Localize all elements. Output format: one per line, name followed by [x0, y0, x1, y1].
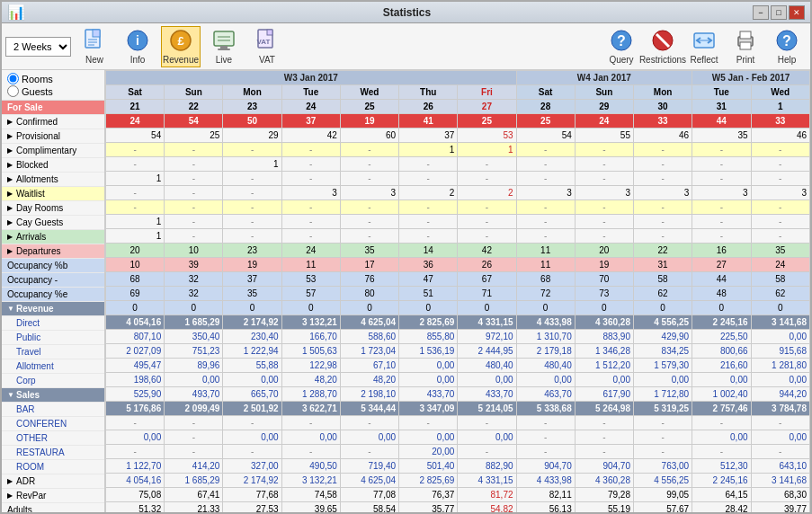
cell-revpar-3: 39,65 — [281, 502, 340, 513]
svg-text:VAT: VAT — [257, 38, 271, 46]
table-row-waitlist: ------------ — [106, 200, 810, 215]
cell-dayguests-7: - — [516, 229, 575, 244]
cell-provisional-2: - — [223, 143, 281, 157]
vat-button[interactable]: VAT VAT — [247, 26, 287, 67]
row-allotments: ▶Allotments — [2, 173, 104, 187]
print-button[interactable]: Print — [726, 26, 765, 67]
cell-provisional-3: - — [281, 143, 340, 157]
cell-sales-8: 5 264,98 — [575, 402, 633, 416]
cell-bar-2: - — [223, 416, 281, 430]
rooms-radio[interactable]: Rooms — [7, 73, 99, 84]
guests-radio[interactable]: Guests — [7, 85, 99, 97]
cell-direct-1: 350,40 — [165, 330, 223, 344]
cell-public-6: 2 444,95 — [458, 344, 516, 359]
cell-occ_dash-2: 35 — [223, 287, 281, 301]
cell-bar-4: - — [340, 416, 398, 430]
reflect-button[interactable]: Reflect — [684, 26, 724, 67]
cell-dayrooms-7: - — [516, 215, 575, 229]
restrictions-button[interactable]: Restrictions — [643, 26, 683, 67]
revenue-icon: £ — [168, 28, 193, 53]
cell-restaura-9: 763,00 — [633, 459, 692, 474]
cell-adr-0: 75,08 — [106, 488, 165, 502]
row-waitlist: ▶Waitlist — [2, 187, 104, 201]
cell-provisional-0: - — [106, 143, 165, 157]
table-row-direct: 807,10350,40230,40166,70588,60855,80972,… — [106, 330, 810, 344]
cell-waitlist-2: - — [223, 200, 281, 215]
print-icon — [733, 28, 758, 53]
cell-dayrooms-10: - — [692, 215, 751, 229]
cell-occ_b-9: 58 — [633, 272, 692, 287]
help-button[interactable]: ? Help — [767, 26, 807, 67]
cell-occ_e-2: 0 — [223, 301, 281, 315]
cell-arrivals-7: 11 — [516, 244, 575, 258]
row-occ-b: Occupancy %b — [2, 259, 104, 273]
cell-blocked-1: - — [165, 172, 223, 186]
svg-rect-24 — [740, 31, 751, 39]
day-header-row: SatSunMonTueWedThuFriSatSunMonTueWed — [106, 85, 810, 100]
cell-departures-9: 31 — [633, 258, 692, 272]
cell-room-9: 4 556,25 — [633, 474, 692, 488]
cell-confirmed-2: 29 — [223, 128, 281, 143]
cell-corp-11: 944,20 — [751, 387, 809, 402]
cell-provisional-11: - — [751, 143, 809, 157]
cell-departures-11: 24 — [751, 258, 809, 272]
table-row-occ_dash: 693235578051717273624862 — [106, 287, 810, 301]
cell-allotments-4: 3 — [340, 186, 398, 200]
cell-room-7: 4 433,98 — [516, 474, 575, 488]
toolbar: 2 Weeks 1 Week 3 Weeks 4 Weeks New — [2, 23, 810, 70]
data-table-area[interactable]: W3 Jan 2017W4 Jan 2017W5 Jan - Feb 2017 … — [105, 70, 810, 512]
date-header-3: 24 — [281, 100, 340, 114]
cell-direct-6: 972,10 — [458, 330, 516, 344]
cell-adr-8: 79,28 — [575, 488, 633, 502]
cell-allotment-9: 0,00 — [633, 373, 692, 387]
minimize-button[interactable]: − — [753, 5, 769, 20]
cell-revpar-8: 55,19 — [575, 502, 633, 513]
cell-dayguests-2: - — [223, 229, 281, 244]
row-public: Public — [2, 331, 104, 345]
svg-text:i: i — [136, 33, 139, 48]
revenue-button[interactable]: £ Revenue — [161, 26, 201, 67]
cell-other-8: - — [575, 445, 633, 459]
table-row-sales: 5 176,862 099,492 501,923 622,715 344,44… — [106, 402, 810, 416]
live-button[interactable]: Live — [204, 26, 244, 67]
close-button[interactable]: ✕ — [789, 5, 805, 20]
table-row-conferen: 0,00-0,000,000,000,000,00---0,000,00 — [106, 430, 810, 445]
cell-allotment-7: 0,00 — [516, 373, 575, 387]
cell-sales-0: 5 176,86 — [106, 402, 165, 416]
cell-restaura-7: 904,70 — [516, 459, 575, 474]
info-button[interactable]: i Info — [118, 26, 157, 67]
left-panel: Rooms Guests For Sale ▶Confirmed ▶Provis… — [2, 70, 105, 512]
new-button[interactable]: New — [75, 26, 114, 67]
revenue-label: Revenue — [163, 55, 199, 65]
cell-restaura-10: 512,30 — [692, 459, 751, 474]
query-label: Query — [609, 55, 633, 65]
svg-rect-25 — [740, 42, 751, 49]
cell-bar-3: - — [281, 416, 340, 430]
cell-allotment-8: 0,00 — [575, 373, 633, 387]
cell-sales-4: 5 344,44 — [340, 402, 398, 416]
cell-provisional-6: 1 — [458, 143, 516, 157]
maximize-button[interactable]: □ — [771, 5, 787, 20]
query-button[interactable]: ? Query — [602, 26, 641, 67]
cell-complimentary-3: - — [281, 157, 340, 172]
cell-allotments-10: 3 — [692, 186, 751, 200]
cell-public-5: 1 536,19 — [399, 344, 458, 359]
period-select[interactable]: 2 Weeks 1 Week 3 Weeks 4 Weeks — [5, 37, 71, 57]
date-header-5: 26 — [399, 100, 458, 114]
table-row-travel: 495,4789,9655,88122,9867,100,00480,40480… — [106, 359, 810, 373]
cell-public-2: 1 222,94 — [223, 344, 281, 359]
cell-waitlist-3: - — [281, 200, 340, 215]
cell-corp-6: 433,70 — [458, 387, 516, 402]
cell-sales-11: 3 784,78 — [751, 402, 809, 416]
radio-group: Rooms Guests — [2, 70, 104, 101]
cell-complimentary-4: - — [340, 157, 398, 172]
day-header-1: Sun — [165, 85, 223, 100]
cell-occ_e-1: 0 — [165, 301, 223, 315]
reflect-icon — [692, 28, 717, 53]
cell-occ_e-0: 0 — [106, 301, 165, 315]
cell-revpar-9: 57,67 — [633, 502, 692, 513]
cell-blocked-11: - — [751, 172, 809, 186]
table-row-occ_b: 683237537647676870584458 — [106, 272, 810, 287]
cell-allotment-11: 0,00 — [751, 373, 809, 387]
cell-confirmed-9: 46 — [633, 128, 692, 143]
